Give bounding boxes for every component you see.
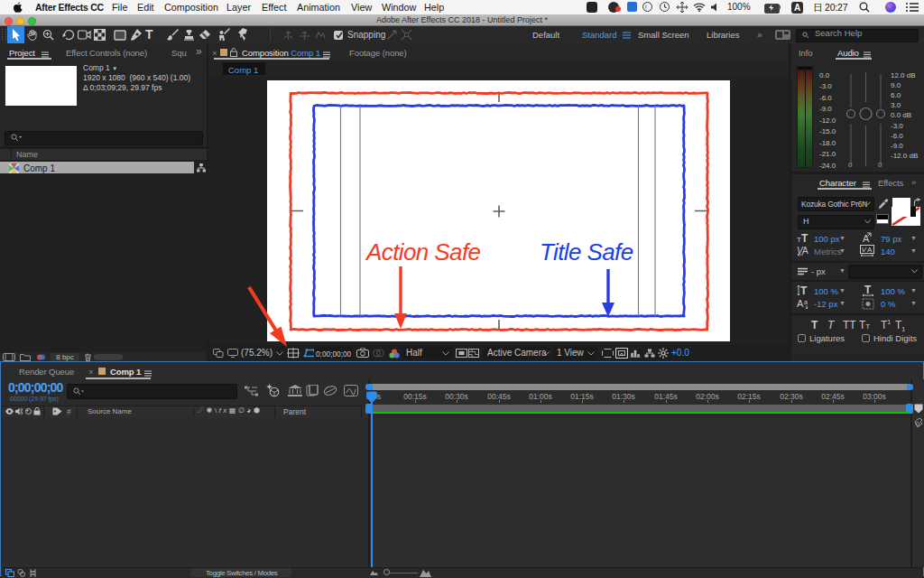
svg-text:V: V — [862, 246, 867, 254]
svg-text:Title Safe: Title Safe — [540, 238, 633, 266]
svg-text:a: a — [804, 299, 808, 305]
svg-text:A: A — [802, 246, 808, 256]
svg-text:Action Safe: Action Safe — [365, 238, 481, 266]
svg-text:T: T — [800, 284, 808, 296]
svg-text:T: T — [864, 284, 872, 296]
svg-text:A: A — [867, 246, 873, 254]
svg-text:A: A — [797, 298, 804, 309]
